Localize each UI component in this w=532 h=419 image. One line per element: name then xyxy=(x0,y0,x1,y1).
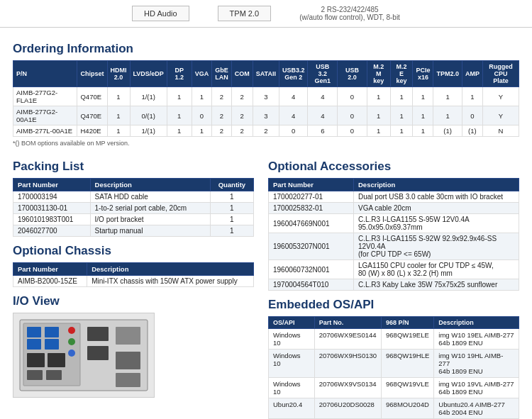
svg-point-11 xyxy=(68,338,75,345)
table-row: Ubun20.420706U20DS0028968MOU204DUbuntu20… xyxy=(269,398,519,419)
io-image xyxy=(13,313,155,398)
acc-col-pn: Part Number xyxy=(269,179,354,191)
ordering-table: P/N Chipset HDMI2.0 LVDS/eDP DP 1.2 VGA … xyxy=(13,60,519,137)
svg-rect-4 xyxy=(45,327,59,337)
svg-rect-13 xyxy=(87,327,109,341)
hd-audio-box: HD Audio xyxy=(132,6,189,21)
svg-rect-2 xyxy=(27,327,41,337)
col-sata: SATAII xyxy=(253,61,279,87)
table-row: 2046027700Startup manual1 xyxy=(13,225,254,237)
table-row: Windows 1020706WX9VS0134968QW19VLEimg W1… xyxy=(269,378,519,398)
col-tpm: TPM2.0 xyxy=(433,61,462,87)
two-col-layout: Packing List Part Number Description Qua… xyxy=(13,152,519,419)
svg-rect-3 xyxy=(27,339,41,350)
chassis-col-pn: Part Number xyxy=(13,263,87,276)
ordering-note: *() BOM options available on MP version. xyxy=(13,140,519,147)
svg-point-12 xyxy=(68,350,75,357)
table-row: 1700025832-01VGA cable 20cm xyxy=(269,203,519,214)
col-m2e: M.2E key xyxy=(390,61,413,87)
col-pcie: PCIex16 xyxy=(413,61,433,87)
tpm-box: TPM 2.0 xyxy=(218,6,272,21)
table-row: 1960047669N001C.L.R3 I-LGA1155 S-95W 12V… xyxy=(269,214,519,233)
os-col-api: OS/API xyxy=(269,317,315,329)
col-usb2: USB 2.0 xyxy=(338,61,367,87)
table-row: 1960060732N001LGA1150 CPU cooler for CPU… xyxy=(269,260,519,279)
io-view-title: I/O View xyxy=(13,294,254,308)
svg-rect-17 xyxy=(116,373,140,387)
embedded-os-title: Embedded OS/API xyxy=(268,298,519,312)
acc-col-desc: Description xyxy=(354,179,519,191)
pack-col-pn: Part Number xyxy=(13,179,91,191)
os-col-partno: Part No. xyxy=(314,317,381,329)
table-row: 1700020277-01Dual port USB 3.0 cable 30c… xyxy=(269,191,519,203)
table-row: 1960101983T001I/O port bracket1 xyxy=(13,214,254,225)
table-row: AIMB-277G2-00A1EQ470E10/(1)1022344011110… xyxy=(13,106,519,125)
ordering-info-title: Ordering Information xyxy=(13,42,519,56)
col-usb32g2: USB3.2Gen 2 xyxy=(279,61,308,87)
col-hdmi: HDMI2.0 xyxy=(107,61,130,87)
table-row: Windows 1020706WX9HS0130968QW19HLEimg W1… xyxy=(269,350,519,378)
os-col-968: 968 P/N xyxy=(382,317,434,329)
io-view-section: I/O View xyxy=(13,294,254,398)
col-usb32g1: USB 3.2Gen1 xyxy=(308,61,338,87)
col-rugged: RuggedCPU Plate xyxy=(482,61,519,87)
svg-rect-14 xyxy=(87,346,109,360)
col-chipset: Chipset xyxy=(77,61,107,87)
svg-point-10 xyxy=(68,327,75,334)
svg-rect-5 xyxy=(45,339,59,350)
col-m2m: M.2M key xyxy=(367,61,390,87)
optional-acc-title: Optional Accessories xyxy=(268,160,519,174)
packing-list-title: Packing List xyxy=(13,160,254,174)
svg-rect-16 xyxy=(116,352,140,369)
accessories-table: Part Number Description 1700020277-01Dua… xyxy=(268,178,519,291)
rs232-text: 2 RS-232/422/485 (w/auto flow control), … xyxy=(299,6,400,21)
table-row: Windows 1020706WX9ES0144968QW19ELEimg W1… xyxy=(269,329,519,350)
optional-chassis-title: Optional Chassis xyxy=(13,244,254,258)
col-amp: AMP xyxy=(462,61,482,87)
chassis-col-desc: Description xyxy=(87,263,254,276)
top-connector-bar: HD Audio TPM 2.0 2 RS-232/422/485 (w/aut… xyxy=(0,0,532,28)
col-gbe: GbELAN xyxy=(212,61,232,87)
table-row: 1960053207N001C.L.R3 I-LGA1155 S-92W 92.… xyxy=(269,233,519,260)
main-content: Ordering Information P/N Chipset HDMI2.0… xyxy=(0,28,532,419)
table-row: 1700031130-011-to-2 serial port cable, 2… xyxy=(13,203,254,214)
os-table: OS/API Part No. 968 P/N Description Wind… xyxy=(268,316,519,419)
svg-rect-8 xyxy=(27,370,43,380)
col-dp: DP 1.2 xyxy=(167,61,192,87)
col-vga: VGA xyxy=(192,61,212,87)
table-row: 1700003194SATA HDD cable1 xyxy=(13,191,254,203)
col-pn: P/N xyxy=(13,61,77,87)
svg-rect-9 xyxy=(46,370,62,380)
svg-rect-6 xyxy=(27,353,45,367)
io-diagram xyxy=(16,316,151,394)
svg-rect-15 xyxy=(116,327,140,345)
table-row: AIMB-277L-00A1EH420E11/(1)11222060111(1)… xyxy=(13,125,519,137)
svg-rect-7 xyxy=(48,353,65,367)
table-row: AIMB-B2000-15ZEMini-ITX chassis with 150… xyxy=(13,276,254,287)
right-column: Optional Accessories Part Number Descrip… xyxy=(268,152,519,419)
chassis-table: Part Number Description AIMB-B2000-15ZEM… xyxy=(13,262,254,287)
os-col-desc: Description xyxy=(434,317,519,329)
col-lvds: LVDS/eDP xyxy=(130,61,167,87)
packing-list-table: Part Number Description Quantity 1700003… xyxy=(13,178,254,237)
table-row: 1970004564T010C.L.R3 Kaby Lake 35W 75x75… xyxy=(269,279,519,291)
optional-chassis-section: Optional Chassis Part Number Description… xyxy=(13,244,254,287)
left-column: Packing List Part Number Description Qua… xyxy=(13,152,254,419)
col-com: COM xyxy=(231,61,253,87)
pack-col-qty: Quantity xyxy=(210,179,253,191)
pack-col-desc: Description xyxy=(90,179,210,191)
table-row: AIMB-277G2-FLA1EQ470E11/(1)1122344011111… xyxy=(13,87,519,106)
